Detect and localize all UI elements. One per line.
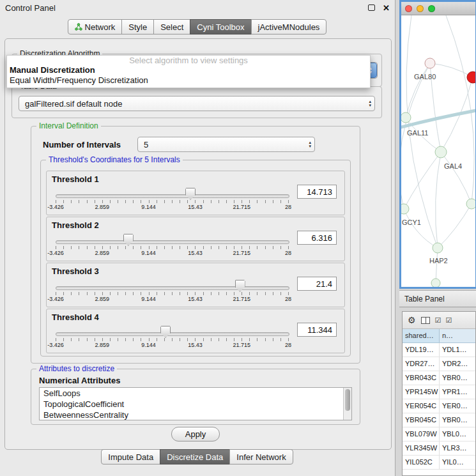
number-of-intervals-combobox[interactable]: 5 ▴ ▾	[137, 137, 315, 152]
threshold-slider-thumb[interactable]	[185, 188, 196, 200]
tab-discretize-data[interactable]: Discretize Data	[160, 449, 230, 464]
table-cell-shared-name[interactable]: YIL052C	[403, 456, 440, 469]
tab-jactivemnodules[interactable]: jActiveMNodules	[251, 19, 327, 35]
network-edge[interactable]	[438, 204, 472, 248]
gear-icon[interactable]: ⚙	[408, 316, 416, 325]
network-node-gal80[interactable]	[425, 58, 435, 68]
threshold-slider-track[interactable]	[56, 194, 289, 198]
network-edge[interactable]	[406, 63, 430, 118]
threshold-value-field[interactable]: 6.316	[297, 231, 337, 245]
network-edge[interactable]	[446, 15, 474, 204]
table-cell-shared-name[interactable]: YLR345W	[403, 441, 440, 455]
table-row[interactable]: YPR145WYPR1…	[403, 385, 475, 399]
table-cell-shared-name[interactable]: YDR27…	[403, 357, 440, 371]
threshold-slider-thumb[interactable]	[160, 326, 171, 338]
float-window-icon[interactable]	[368, 4, 375, 11]
cyni-toolbox-panel: Discretization Algorithm ▴ ▾ Select algo…	[4, 38, 392, 450]
threshold-slider-thumb[interactable]	[235, 280, 245, 292]
network-node-hap2[interactable]	[433, 243, 443, 253]
threshold-4-panel: Threshold 4-3.4262.8599.14415.4321.71528…	[46, 309, 345, 353]
table-cell-name[interactable]: YIL0…	[440, 456, 475, 469]
threshold-value-field[interactable]: 14.713	[297, 185, 337, 199]
threshold-slider-track[interactable]	[56, 240, 289, 244]
minimize-button[interactable]	[417, 5, 424, 12]
table-cell-name[interactable]: YBR0…	[440, 413, 475, 427]
table-cell-shared-name[interactable]: YBL079W	[403, 427, 440, 441]
table-cell-name[interactable]: YLR3…	[440, 441, 475, 455]
table-row[interactable]: YER054CYER0…	[403, 399, 475, 413]
network-node[interactable]	[431, 279, 440, 288]
network-node-gcy1[interactable]	[401, 204, 409, 214]
threshold-value-field[interactable]: 11.344	[297, 323, 337, 337]
number-of-intervals-label: Number of Intervals	[43, 140, 121, 150]
network-node-gal4[interactable]	[435, 146, 447, 158]
apply-button[interactable]: Apply	[171, 427, 220, 441]
combobox-arrows-icon: ▴ ▾	[309, 141, 311, 148]
close-icon[interactable]: ✕	[383, 4, 390, 12]
tab-network[interactable]: Network	[68, 19, 123, 35]
threshold-label: Threshold 2	[52, 220, 99, 230]
arrow-down-icon: ▾	[309, 144, 311, 148]
table-row[interactable]: YLR345WYLR3…	[403, 441, 475, 456]
table-cell-name[interactable]: YER0…	[440, 399, 475, 413]
list-item-topologicalcoefficient[interactable]: TopologicalCoefficient	[40, 399, 351, 410]
list-scrollbar[interactable]	[343, 388, 351, 420]
zoom-button[interactable]	[428, 5, 435, 12]
table-cell-shared-name[interactable]: YBR043C	[403, 371, 440, 385]
column-header-name[interactable]: n…	[440, 329, 475, 342]
network-node[interactable]	[466, 199, 475, 209]
tab-cyni-toolbox[interactable]: Cyni Toolbox	[190, 19, 251, 35]
table-row[interactable]: YDL19…YDL1…	[403, 343, 475, 357]
table-cell-name[interactable]: YDR2…	[440, 357, 475, 371]
list-item-betweennesscentrality[interactable]: BetweennessCentrality	[40, 410, 351, 420]
network-edge[interactable]	[430, 63, 473, 77]
algorithm-dropdown-menu: Select algorithm to view settings Manual…	[6, 55, 371, 88]
columns-icon[interactable]	[421, 317, 430, 324]
table-toolbar: ⚙ ☑ ☑	[403, 312, 475, 329]
table-cell-name[interactable]: YPR1…	[440, 385, 475, 399]
tick-label: -3.426	[47, 342, 64, 348]
table-cell-shared-name[interactable]: YDL19…	[403, 343, 440, 357]
dropdown-item-equal-width-frequency[interactable]: Equal Width/Frequency Discretization	[7, 75, 370, 86]
tab-infer-network[interactable]: Infer Network	[229, 449, 293, 464]
tab-style[interactable]: Style	[121, 19, 154, 35]
table-row[interactable]: YBR045CYBR0…	[403, 413, 475, 427]
table-row[interactable]: YBR043CYBR0…	[403, 371, 475, 385]
table-cell-name[interactable]: YBL0…	[440, 427, 475, 441]
numerical-attributes-list[interactable]: SelfLoopsTopologicalCoefficientBetweenne…	[39, 387, 352, 420]
network-node-gal11[interactable]	[401, 112, 411, 123]
network-edge[interactable]	[441, 152, 472, 204]
tick-label: 2.859	[95, 296, 110, 302]
column-header-shared-name[interactable]: shared…	[403, 329, 440, 342]
close-button[interactable]	[405, 5, 412, 12]
list-item-selfloops[interactable]: SelfLoops	[40, 388, 351, 399]
threshold-slider-track[interactable]	[56, 332, 289, 336]
threshold-slider-track[interactable]	[56, 286, 289, 290]
tab-select[interactable]: Select	[153, 19, 190, 35]
table-cell-name[interactable]: YBR0…	[440, 371, 475, 385]
threshold-value-field[interactable]: 21.4	[297, 277, 337, 291]
network-edge[interactable]	[435, 152, 441, 248]
network-node-selected[interactable]	[467, 72, 475, 83]
table-cell-shared-name[interactable]: YER054C	[403, 399, 440, 413]
scrollbar-thumb[interactable]	[345, 389, 350, 411]
network-graph[interactable]: GAL80GAL11GAL4GCY1HAP2	[401, 15, 475, 288]
table-row[interactable]: YBL079WYBL0…	[403, 427, 475, 441]
select-some-icon[interactable]: ☑	[445, 317, 451, 324]
table-cell-shared-name[interactable]: YBR045C	[403, 413, 440, 427]
table-row[interactable]: YIL052CYIL0…	[403, 456, 475, 470]
table-data-combobox[interactable]: galFiltered.sif default node ▴ ▾	[19, 96, 375, 111]
table-panel-header[interactable]: Table Panel	[399, 290, 476, 307]
network-edge[interactable]	[401, 110, 475, 128]
table-cell-shared-name[interactable]: YPR145W	[403, 385, 440, 399]
threshold-slider-thumb[interactable]	[123, 234, 134, 246]
attributes-group: Attributes to discretize Numerical Attri…	[31, 369, 360, 425]
table-cell-name[interactable]: YDL1…	[440, 343, 475, 357]
network-edge[interactable]	[404, 209, 438, 248]
select-all-icon[interactable]: ☑	[435, 317, 441, 324]
table-row[interactable]: YDR27…YDR2…	[403, 357, 475, 371]
network-window-titlebar[interactable]	[401, 2, 475, 15]
tab-impute-data[interactable]: Impute Data	[101, 449, 160, 464]
dropdown-item-manual-discretization[interactable]: Manual Discretization	[7, 65, 370, 75]
node-table-window: ⚙ ☑ ☑ shared… n… YDL19…YDL1…YDR27…YDR2…Y…	[402, 311, 476, 476]
